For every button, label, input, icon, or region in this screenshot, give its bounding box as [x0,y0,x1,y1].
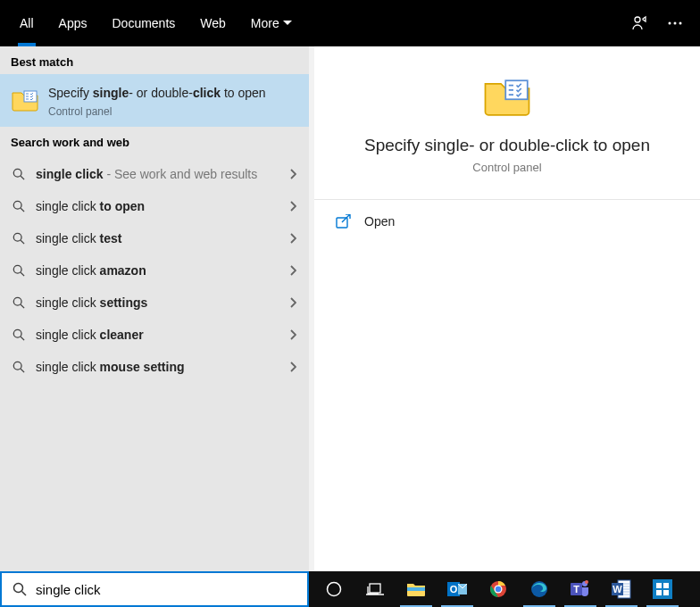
suggestion-text: single click settings [36,295,279,310]
taskbar: O T W [309,571,700,607]
svg-point-23 [496,586,501,592]
svg-text:T: T [573,584,579,595]
svg-point-11 [13,362,21,370]
taskbar-edge[interactable] [520,571,559,607]
preview-subtitle: Control panel [336,161,679,174]
open-icon [336,214,352,229]
svg-rect-36 [663,590,669,595]
edge-icon [529,578,550,600]
taskbar-app[interactable] [643,571,682,607]
suggestion-text: single click cleaner [36,328,279,342]
svg-text:O: O [450,584,458,595]
svg-rect-34 [663,583,669,588]
more-options-icon[interactable] [657,5,693,41]
word-icon: W [611,578,632,600]
tab-more[interactable]: More [238,0,304,46]
suggestion-text: single click to open [36,199,279,213]
best-match-result[interactable]: Specify single- or double-click to open … [0,74,309,127]
search-icon [12,328,25,341]
chevron-right-icon [289,201,296,212]
tab-web[interactable]: Web [188,0,238,46]
best-match-subtitle: Control panel [48,105,266,118]
search-box[interactable] [0,571,309,607]
chrome-icon [488,578,509,600]
svg-point-10 [13,329,21,337]
chevron-right-icon [289,169,296,179]
chevron-down-icon [283,21,292,26]
svg-point-28 [585,580,588,584]
svg-rect-35 [656,590,662,595]
svg-point-15 [328,583,341,596]
file-explorer-icon [405,578,427,600]
svg-point-2 [674,22,677,25]
taskbar-outlook[interactable]: O [438,571,477,607]
tab-more-label: More [251,16,279,30]
svg-point-8 [13,265,21,273]
taskbar-chrome[interactable] [479,571,518,607]
suggestion-row[interactable]: single click cleaner [0,319,309,351]
suggestions-list: single click - See work and web resultss… [0,154,309,387]
suggestion-row[interactable]: single click - See work and web results [0,158,309,190]
tab-documents[interactable]: Documents [99,0,188,46]
preview-title: Specify single- or double-click to open [336,136,679,155]
search-input[interactable] [36,582,296,597]
svg-point-14 [14,584,23,593]
suggestion-text: single click - See work and web results [36,167,279,181]
search-tabs: All Apps Documents Web More [0,0,700,46]
suggestion-row[interactable]: single click test [0,222,309,254]
open-label: Open [364,214,395,229]
chevron-right-icon [289,233,296,244]
chevron-right-icon [289,362,296,372]
taskbar-cortana[interactable] [314,571,354,607]
chevron-right-icon [289,265,296,276]
taskbar-teams[interactable]: T [561,571,600,607]
search-icon [12,200,25,212]
suggestion-row[interactable]: single click settings [0,287,309,319]
tab-apps[interactable]: Apps [46,0,100,46]
suggestion-text: single click test [36,231,279,245]
search-icon [12,232,25,245]
search-work-web-label: Search work and web [0,127,309,154]
suggestion-row[interactable]: single click to open [0,190,309,222]
svg-point-5 [13,169,21,177]
cortana-icon [323,578,345,600]
suggestion-text: single click mouse setting [36,360,279,374]
chevron-right-icon [289,329,296,340]
preview-panel: Specify single- or double-click to open … [309,46,700,571]
suggestion-text: single click amazon [36,263,279,278]
chevron-right-icon [289,297,296,308]
open-action[interactable]: Open [314,200,700,243]
taskbar-file-explorer[interactable] [396,571,436,607]
search-icon [12,168,25,180]
search-icon [12,361,25,373]
results-panel: Best match Specify single- or double-cli… [0,46,309,571]
teams-icon: T [570,578,591,600]
suggestion-row[interactable]: single click mouse setting [0,351,309,383]
svg-rect-16 [370,584,380,593]
svg-text:W: W [612,584,622,595]
feedback-icon[interactable] [621,5,657,41]
svg-point-9 [13,297,21,305]
svg-point-6 [13,201,21,209]
svg-point-7 [13,233,21,241]
suggestion-row[interactable]: single click amazon [0,254,309,287]
svg-point-3 [679,22,682,25]
taskview-icon [364,578,386,600]
taskbar-word[interactable]: W [602,571,641,607]
control-panel-folder-icon [11,85,39,113]
outlook-icon: O [446,578,468,600]
search-icon [12,296,25,309]
svg-rect-17 [407,587,425,591]
best-match-label: Best match [0,46,309,74]
tab-all[interactable]: All [7,0,46,46]
svg-point-1 [669,22,671,25]
svg-point-0 [635,17,640,22]
app-icon [652,578,673,600]
search-icon [12,582,27,596]
svg-rect-32 [653,579,672,599]
search-icon [12,264,25,277]
control-panel-folder-icon [482,70,532,120]
taskbar-taskview[interactable] [355,571,395,607]
svg-rect-33 [656,583,662,588]
best-match-title: Specify single- or double-click to open [48,85,266,102]
